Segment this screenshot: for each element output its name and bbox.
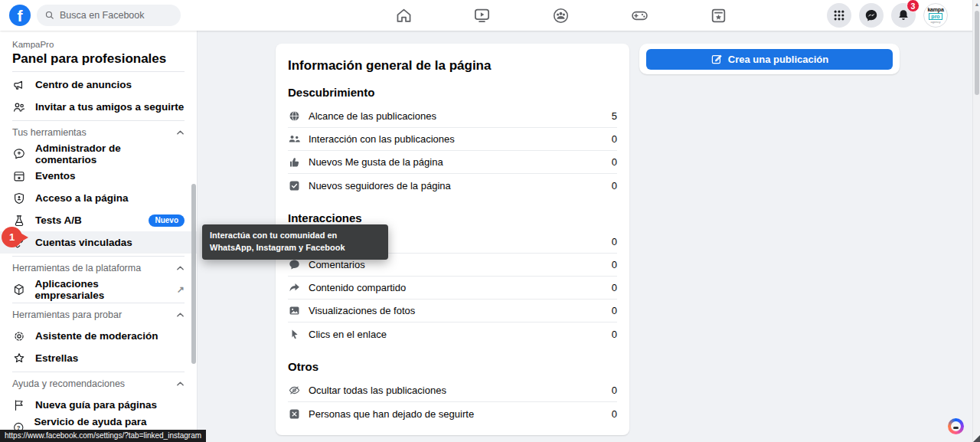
metric-row[interactable]: Interacción con las publicaciones 0 (288, 128, 617, 151)
metric-value: 0 (612, 259, 617, 270)
notifications-button[interactable]: 3 (891, 3, 916, 28)
metric-label: Clics en el enlace (309, 329, 387, 340)
metric-row[interactable]: Nuevos Me gusta de la página 0 (288, 151, 617, 174)
scrollbar-up-arrow[interactable]: ▲ (974, 2, 980, 7)
metric-label: Personas que han dejado de seguirte (309, 408, 474, 420)
sidebar-item-label: Invitar a tus amigos a seguirte (35, 101, 184, 113)
section-heading: Otros (288, 359, 617, 375)
sidebar-item-administrador-comentarios[interactable]: Administrador de comentarios (12, 142, 185, 165)
metric-row[interactable]: Visualizaciones de fotos 0 (288, 300, 617, 322)
sidebar-item-cuentas-vinculadas[interactable]: Cuentas vinculadas (0, 231, 197, 254)
chevron-up-icon (176, 129, 185, 136)
nav-gaming-button[interactable] (622, 0, 656, 31)
sidebar-item-label: Estrellas (35, 352, 78, 364)
metric-value: 0 (612, 329, 617, 340)
metric-row[interactable]: Nuevos seguidores de la página 0 (288, 174, 617, 197)
people-icon (288, 133, 301, 146)
apps-menu-button[interactable] (827, 3, 851, 28)
sidebar-item-label: Administrador de comentarios (35, 142, 185, 165)
metric-value: 0 (612, 133, 617, 145)
sidebar-item-estrellas[interactable]: Estrellas (12, 347, 185, 369)
messenger-icon (864, 8, 878, 22)
eye-slash-icon (288, 384, 301, 397)
sidebar-item-label: Asistente de moderación (35, 330, 158, 342)
metric-value: 0 (612, 282, 617, 293)
new-badge: Nuevo (149, 214, 185, 227)
pages-icon (710, 7, 727, 25)
sidebar-item-nueva-guia-paginas[interactable]: Nueva guía para páginas (12, 394, 185, 416)
page-title: Información general de la página (288, 57, 617, 74)
section-heading: Descubrimiento (288, 85, 617, 100)
create-post-label: Crea una publicación (728, 54, 828, 65)
share-icon (288, 281, 301, 294)
chevron-up-icon (176, 381, 185, 387)
groups-icon (552, 7, 570, 25)
sidebar-item-eventos[interactable]: Eventos (12, 165, 185, 187)
section-header-ayuda-recomendaciones[interactable]: Ayuda y recomendaciones (12, 374, 185, 394)
create-post-button[interactable]: Crea una publicación (646, 49, 893, 70)
meta-ai-icon[interactable] (948, 418, 964, 434)
sidebar-item-centro-de-anuncios[interactable]: Centro de anuncios (12, 74, 185, 96)
megaphone-icon (12, 78, 26, 92)
sidebar-item-label: Eventos (35, 170, 76, 182)
section-header-label: Tus herramientas (12, 127, 87, 138)
linked-accounts-tooltip: Interactúa con tu comunidad en WhatsApp,… (202, 224, 388, 260)
sidebar-item-acceso-pagina[interactable]: Acceso a la página (12, 187, 185, 209)
section-heading: Interacciones (288, 211, 617, 226)
section-header-herramientas-plataforma[interactable]: Herramientas de la plataforma (12, 258, 185, 278)
metric-label: Nuevos seguidores de la página (309, 180, 451, 192)
gaming-icon (631, 7, 648, 25)
unfollow-icon (288, 408, 301, 421)
metric-row[interactable]: Ocultar todas las publicaciones 0 (288, 379, 617, 402)
sidebar-item-invitar-amigos[interactable]: Invitar a tus amigos a seguirte (12, 96, 185, 118)
pages-guide-icon (12, 398, 26, 412)
metric-row[interactable]: Alcance de las publicaciones 5 (288, 105, 617, 128)
watch-icon (473, 7, 491, 25)
page-scrollbar[interactable]: ▲ (972, 0, 980, 442)
metric-value: 0 (612, 385, 617, 396)
section-otros: Otros Ocultar todas las publicaciones 0 … (288, 359, 617, 425)
search-input[interactable] (60, 10, 167, 21)
sidebar-scrollbar[interactable] (191, 184, 196, 364)
avatar-text-line1: kampa (927, 7, 943, 12)
metric-row[interactable]: Clics en el enlace 0 (288, 322, 617, 345)
sidebar-title: Panel para profesionales (12, 51, 185, 67)
ab-tests-icon (12, 214, 26, 228)
nav-home-button[interactable] (387, 0, 420, 31)
moderation-assistant-icon (12, 329, 26, 343)
sidebar-item-label: Centro de anuncios (35, 79, 132, 90)
metric-value: 0 (612, 180, 617, 192)
sidebar-item-asistente-moderacion[interactable]: Asistente de moderación (12, 325, 185, 347)
business-apps-icon (12, 283, 26, 296)
top-navigation-bar: f 3 kampa pro agency (0, 0, 980, 31)
metric-label: Contenido compartido (309, 282, 406, 293)
metric-row[interactable]: Contenido compartido 0 (288, 277, 617, 300)
metric-row[interactable]: Personas que han dejado de seguirte 0 (288, 402, 617, 425)
sidebar-item-tests-ab[interactable]: Tests A/B Nuevo (12, 209, 185, 231)
section-header-label: Herramientas para probar (12, 309, 122, 320)
facebook-logo[interactable]: f (9, 5, 31, 26)
nav-groups-button[interactable] (544, 0, 578, 31)
chevron-up-icon (176, 312, 185, 318)
sidebar-item-label: Cuentas vinculadas (35, 237, 132, 248)
nav-watch-button[interactable] (466, 0, 499, 31)
window-resize-grip (973, 435, 980, 442)
nav-pages-button[interactable] (701, 0, 735, 31)
messenger-button[interactable] (859, 3, 884, 28)
section-header-tus-herramientas[interactable]: Tus herramientas (12, 123, 185, 142)
annotation-step-marker: 1 (2, 227, 22, 247)
sidebar-item-aplicaciones-empresariales[interactable]: Aplicaciones empresariales ↗ (12, 278, 185, 300)
metric-value: 0 (612, 236, 617, 247)
comment-icon (288, 258, 301, 271)
section-header-herramientas-probar[interactable]: Herramientas para probar (12, 305, 185, 325)
metric-label: Ocultar todas las publicaciones (309, 385, 446, 396)
sidebar-item-label: Tests A/B (35, 214, 82, 226)
metric-label: Interacción con las publicaciones (309, 133, 455, 145)
scrollbar-thumb[interactable] (975, 11, 979, 95)
cursor-click-icon (288, 328, 301, 341)
home-icon (395, 7, 413, 25)
metric-value: 0 (612, 305, 617, 316)
search-box[interactable] (37, 5, 181, 26)
metric-label: Visualizaciones de fotos (309, 305, 415, 316)
profile-avatar[interactable]: kampa pro agency (923, 3, 948, 28)
